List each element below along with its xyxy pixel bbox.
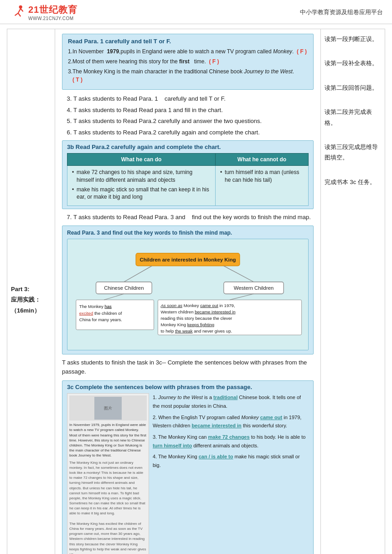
list-item-4: T asks students to Read Read para 1 and … xyxy=(73,106,314,115)
box-3c: 3c Complete the sentences below with phr… xyxy=(62,380,314,554)
svg-text:China for many years.: China for many years. xyxy=(79,317,122,322)
mindmap-svg: Children are interested in Monkey King C… xyxy=(72,244,304,344)
svg-line-3 xyxy=(18,13,21,16)
svg-text:Western Children: Western Children xyxy=(234,285,274,291)
svg-text:to help the weak  and never gi: to help the weak and never gives up. xyxy=(160,328,232,333)
mindmap-box: Read Para. 3 and find out the key words … xyxy=(62,226,314,354)
list-item-7: T asks students to Read Read Para. 3 and… xyxy=(73,213,314,222)
mindmap-inner: Children are interested in Monkey King C… xyxy=(67,239,309,350)
answer3: ( T ) xyxy=(72,77,83,83)
logo-runner-icon xyxy=(9,4,26,21)
svg-text:reading       this story becau: reading this story because the clever xyxy=(160,316,232,321)
svg-text:excited the children of: excited the children of xyxy=(79,310,122,315)
main-layout: Part 3: 应用实践： （16min） Read Para. 1 caref… xyxy=(7,29,385,554)
box-3c-inner: 图片 In November 1979, pupils in England w… xyxy=(67,393,309,554)
right-sidebar: 读第一段判断正误。 读第一段补全表格。 读第二段回答问题。 读第二段并完成表格。… xyxy=(321,29,385,554)
para1-item3: 3.The Monkey King is the main character … xyxy=(68,67,308,84)
logo-title: 21世纪教育 xyxy=(28,4,77,16)
svg-line-24 xyxy=(230,294,254,300)
svg-text:图片: 图片 xyxy=(104,406,112,410)
svg-text:Western children became intere: Western children became interested in xyxy=(160,309,235,314)
can-do-2: make his magic stick so small that he ca… xyxy=(72,186,211,201)
right-note-5: 读第三段完成思维导图填空。 xyxy=(325,142,381,163)
svg-line-1 xyxy=(18,9,21,13)
box-3c-title: 3c Complete the sentences below with phr… xyxy=(67,384,309,390)
svg-line-11 xyxy=(124,266,152,282)
can-do-1: make 72 changes to his shape and size, t… xyxy=(72,169,211,184)
logo-subtitle: WWW.21CNJY.COM xyxy=(28,16,74,21)
svg-point-0 xyxy=(19,5,22,9)
box-3b: 3b Read Para.2 carefully again and compl… xyxy=(62,140,314,209)
svg-text:As soon as Monkey came out  in: As soon as Monkey came out in 1979, xyxy=(160,303,235,308)
page-header: 21世纪教育 WWW.21CNJY.COM 中小学教育资源及组卷应用平台 xyxy=(0,0,392,24)
cannot-do-1: turn himself into a man (unless he can h… xyxy=(220,169,304,184)
logo-text: 21世纪教育 WWW.21CNJY.COM xyxy=(28,4,77,21)
svg-line-2 xyxy=(15,13,18,15)
svg-line-17 xyxy=(104,294,124,300)
box-3c-right-sentences: 1. Journey to the West is a traditional … xyxy=(153,393,309,554)
para1-item1: 1.In November 1979,pupils in England wer… xyxy=(68,47,308,56)
list-item-5: T asks students to Read Para.2 carefully… xyxy=(73,117,314,126)
numbered-list: T asks students to Read Para. 1 carefull… xyxy=(67,94,314,137)
right-note-2: 读第一段补全表格。 xyxy=(325,58,381,68)
svg-text:Monkey King keeps fighting: Monkey King keeps fighting xyxy=(160,322,214,327)
numbered-list-7: T asks students to Read Read Para. 3 and… xyxy=(67,213,314,222)
center-content: Read Para. 1 carefully and tell T or F. … xyxy=(55,29,321,554)
practice-label: 应用实践： xyxy=(11,294,41,305)
right-note-3: 读第二段回答问题。 xyxy=(325,82,381,93)
time-label: （16min） xyxy=(11,305,40,316)
svg-line-12 xyxy=(224,266,254,282)
left-sidebar: Part 3: 应用实践： （16min） xyxy=(7,29,55,554)
col1-header: What he can do xyxy=(67,154,216,166)
answer2: ( F ) xyxy=(209,58,219,65)
read-para1-box: Read Para. 1 carefully and tell T or F. … xyxy=(62,34,314,90)
read-para1-title: Read Para. 1 carefully and tell T or F. xyxy=(68,38,308,45)
answer1: ( F ) xyxy=(297,48,307,55)
mindmap-box-title: Read Para. 3 and find out the key words … xyxy=(67,230,309,236)
svg-text:The Monkey has: The Monkey has xyxy=(79,303,112,308)
part-label: Part 3: xyxy=(11,284,29,294)
logo-area: 21世纪教育 WWW.21CNJY.COM xyxy=(9,4,77,21)
box-3b-title: 3b Read Para.2 carefully again and compl… xyxy=(67,144,309,150)
col2-header: What he cannot do xyxy=(216,154,309,166)
para1-item2: 2.Most of them were hearing this story f… xyxy=(68,57,308,66)
svg-text:Chinese Children: Chinese Children xyxy=(104,285,144,291)
list-item-3: T asks students to Read Para. 1 carefull… xyxy=(73,94,314,103)
svg-line-4 xyxy=(21,9,23,11)
chart-table: What he can do What he cannot do make 72… xyxy=(67,153,309,206)
task-3c-instruction: T asks students to finish the task in 3c… xyxy=(62,358,314,377)
right-note-4: 读第二段并完成表格。 xyxy=(325,107,381,128)
header-right-text: 中小学教育资源及组卷应用平台 xyxy=(300,8,383,16)
box-3c-left-text: 图片 In November 1979, pupils in England w… xyxy=(67,393,149,554)
right-note-6: 完成书本 3c 任务。 xyxy=(325,177,381,187)
list-item-6: T asks students to Read Para.2 carefully… xyxy=(73,128,314,137)
right-note-1: 读第一段判断正误。 xyxy=(325,34,381,44)
svg-text:Children are interested in Mon: Children are interested in Monkey King xyxy=(139,257,236,262)
can-do-cell: make 72 changes to his shape and size, t… xyxy=(67,166,216,206)
cannot-do-cell: turn himself into a man (unless he can h… xyxy=(216,166,309,206)
